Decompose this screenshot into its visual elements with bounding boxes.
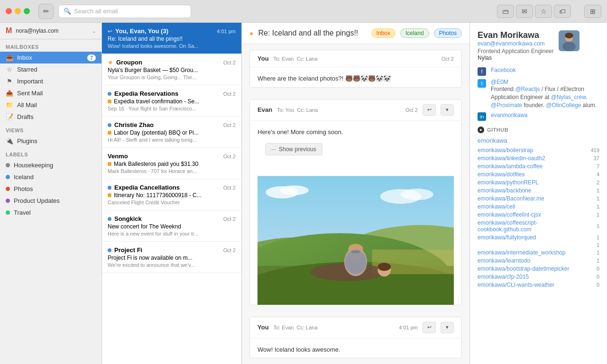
email-item-5[interactable]: Venmo Oct 2 Mark Ballesteros paid you $3… <box>102 148 241 179</box>
repo-name-9[interactable]: emorikawa/coffeescript-cookbook.github.c… <box>478 219 588 233</box>
repo-name-12[interactable]: emorikawa/intermediate_workshop <box>478 249 588 256</box>
sidebar-item-iceland[interactable]: Iceland <box>0 171 101 183</box>
svg-point-14 <box>345 250 367 274</box>
sidebar-item-starred[interactable]: ☆ Starred <box>0 64 101 75</box>
close-button[interactable] <box>6 8 12 14</box>
repo-count-16: 0 <box>588 282 599 288</box>
repo-count-6: 1 <box>588 196 599 201</box>
repo-4: emorikawa/pythonREPL 2 <box>478 179 599 186</box>
tag-iceland[interactable]: Iceland <box>400 28 429 38</box>
repo-name-1[interactable]: emorikawa/linkedin-oauth2 <box>478 155 588 162</box>
sidebar-label-housekeeping: Housekeeping <box>14 162 96 169</box>
more-button-reply[interactable]: ▾ <box>441 322 454 333</box>
label-dot-4 <box>108 131 111 135</box>
email-item-1[interactable]: ↩ You, Evan, You (3) 4:01 pm Re: Iceland… <box>102 23 241 54</box>
repo-3: emorikawa/dotfiles 4 <box>478 171 599 178</box>
tag-photos[interactable]: Photos <box>434 28 462 38</box>
nylas-link[interactable]: @Nylas_crew <box>551 94 586 100</box>
email-item-7[interactable]: Songkick Oct 2 New concert for The Weekn… <box>102 210 241 242</box>
olincollege-link[interactable]: @OlinCollege <box>546 102 581 109</box>
sidebar-label-starred: Starred <box>17 66 96 73</box>
contact-title: Frontend Application Engineer <box>478 48 554 55</box>
repo-name-5[interactable]: emorikawa/backbone <box>478 187 588 194</box>
sidebar-item-sent[interactable]: 📤 Sent Mail <box>0 87 101 99</box>
sidebar-label-product-updates: Product Updates <box>14 197 96 204</box>
repo-name-10[interactable]: emorikawa/fullytorqued <box>478 234 588 241</box>
social-facebook-row: f Facebook <box>478 67 599 76</box>
sidebar-label-photos: Photos <box>14 185 96 192</box>
sidebar-item-all[interactable]: 📁 All Mail <box>0 99 101 111</box>
repo-name-4[interactable]: emorikawa/pythonREPL <box>478 179 588 186</box>
label-dot-6 <box>108 193 111 197</box>
compose-button[interactable]: ✏ <box>38 4 54 19</box>
sidebar-item-product-updates[interactable]: Product Updates <box>0 195 101 207</box>
repo-name-2[interactable]: emorikawa/lambda-coffee <box>478 163 588 170</box>
github-username[interactable]: emorikawa <box>478 137 599 144</box>
reply-body: Wow! Iceland looks awesome. <box>250 338 461 358</box>
sidebar-item-travel[interactable]: Travel <box>0 207 101 218</box>
repo-count-10: 1 <box>588 235 599 240</box>
iceland-photo <box>258 166 454 305</box>
sidebar-item-inbox[interactable]: 📥 Inbox 7 <box>0 52 101 64</box>
repo-name-16[interactable]: emorikawa/CLI-wants-weather <box>478 282 588 288</box>
sidebar-label-important: Important <box>17 78 96 85</box>
sidebar-item-housekeeping[interactable]: Housekeeping <box>0 159 101 171</box>
reply-arrow-icon: ↩ <box>108 28 112 35</box>
email-item-4[interactable]: Christie Zhao Oct 2 Labor Day (potential… <box>102 117 241 148</box>
gmail-icon: M <box>6 27 12 35</box>
show-previous-button[interactable]: ··· Show previous <box>265 143 322 155</box>
layout-icon[interactable]: ⊞ <box>584 5 601 18</box>
repo-name-15[interactable]: emorikawa/cfp-2015 <box>478 273 588 280</box>
linkedin-link[interactable]: evanmorikawa <box>491 112 527 118</box>
email-icon[interactable]: ✉ <box>516 5 533 18</box>
reactjs-link[interactable]: @Reactjs <box>515 86 540 92</box>
tag-icon[interactable]: 🏷 <box>554 5 571 18</box>
repo-name-7[interactable]: emorikawa/cell <box>478 203 588 210</box>
twitter-handle[interactable]: @E0M <box>491 79 508 85</box>
message-card-1: You To: Evan Cc: Lana Oct 2 Where are th… <box>249 50 462 88</box>
repo-count-11: 1 <box>588 242 599 248</box>
search-bar[interactable]: 🔍 Search all email <box>58 5 191 18</box>
reply-button-reply[interactable]: ↩ <box>423 322 436 333</box>
msg1-date: Oct 2 <box>441 56 454 62</box>
sidebar-item-plugins[interactable]: 🔌 Plugins <box>0 135 101 147</box>
repo-count-7: 1 <box>588 204 599 209</box>
unread-dot-8 <box>108 248 111 252</box>
email-item-2[interactable]: ★ Groupon Oct 2 Nyla's Burger Basket — $… <box>102 54 241 85</box>
repo-0: emorikawa/boilerstrap 419 <box>478 147 599 154</box>
email-date-1: 4:01 pm <box>217 28 236 34</box>
reply-button-2[interactable]: ↩ <box>423 104 436 116</box>
archive-icon[interactable]: 🗃 <box>497 5 514 18</box>
repo-count-3: 4 <box>588 172 599 177</box>
maximize-button[interactable] <box>24 8 30 14</box>
repo-name-14[interactable]: emorikawa/bootstrap-datetimepicker <box>478 265 588 272</box>
sidebar-item-important[interactable]: ⚑ Important <box>0 75 101 87</box>
more-button-2[interactable]: ▾ <box>441 104 454 116</box>
email-item-8[interactable]: Project Fi Oct 2 Project Fi is now avail… <box>102 242 241 273</box>
repo-name-6[interactable]: emorikawa/BaconNear.me <box>478 195 588 202</box>
sidebar-item-drafts[interactable]: 📝 Drafts <box>0 111 101 123</box>
thread-label-dot: ● <box>249 29 253 37</box>
facebook-link[interactable]: Facebook <box>491 67 516 73</box>
twitter-bio: Frontend @Reactjs / Flux / #Electron App… <box>491 86 597 109</box>
minimize-button[interactable] <box>15 8 21 14</box>
email-preview-7: Here is a new event for stuff in your tr… <box>108 231 236 237</box>
star-icon[interactable]: ☆ <box>535 5 552 18</box>
repo-name-3[interactable]: emorikawa/dotfiles <box>478 171 588 178</box>
repo-name-8[interactable]: emorikawa/coffeelint-cjsx <box>478 211 588 218</box>
contact-email[interactable]: evan@evanmorikawa.com <box>478 40 554 47</box>
tag-inbox[interactable]: Inbox <box>371 28 395 38</box>
repo-name-0[interactable]: emorikawa/boilerstrap <box>478 147 588 154</box>
email-date-2: Oct 2 <box>223 60 236 65</box>
email-item-6[interactable]: Expedia Cancellations Oct 2 Itinerary No… <box>102 179 241 210</box>
msg2-date: Oct 2 <box>405 107 418 113</box>
message-header-1: You To: Evan Cc: Lana Oct 2 <box>250 50 461 67</box>
unread-dot-3 <box>108 92 111 96</box>
sidebar-item-photos[interactable]: Photos <box>0 183 101 195</box>
email-item-3[interactable]: Expedia Reservations Oct 2 Expedia trave… <box>102 85 241 117</box>
account-row[interactable]: M nora@nylas.com ⌄ <box>0 23 101 39</box>
search-input[interactable]: Search all email <box>74 8 118 15</box>
proximate-link[interactable]: @Proximate <box>491 102 522 109</box>
repo-name-13[interactable]: emorikawa/learntodo <box>478 257 588 264</box>
iceland-dot <box>6 175 10 179</box>
